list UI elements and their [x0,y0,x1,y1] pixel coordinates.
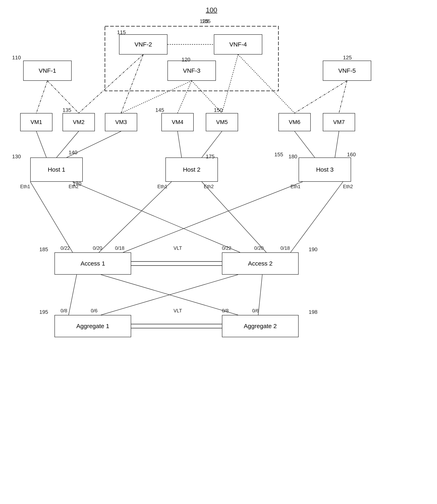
vm4-box: VM4 [161,113,194,131]
aggregate1-box: Aggregate 1 [54,315,131,337]
ag1-06-label: 0/6 [91,308,98,314]
vm6-box: VM6 [278,113,311,131]
svg-line-19 [335,131,339,157]
access2-box: Access 2 [222,252,298,275]
a1-018-label: 0/18 [115,245,124,251]
ref-195: 195 [39,309,48,315]
ref-125b: 125 [343,54,352,61]
svg-line-9 [222,54,238,113]
ag2-06-label: 0/6 [252,308,259,314]
svg-line-16 [178,131,182,157]
h1-eth1-label: Eth1 [20,184,30,189]
svg-line-13 [36,131,46,157]
vnf3-box: VNF-3 [168,61,216,81]
vm5-box: VM5 [206,113,238,131]
svg-line-23 [202,182,266,252]
vm2-box: VM2 [62,113,95,131]
svg-line-21 [73,182,240,252]
ref-145: 145 [155,107,164,113]
svg-line-7 [178,81,192,113]
a2-020-label: 0/20 [254,245,264,251]
a2-018-label: 0/18 [280,245,290,251]
ref-150: 150 [214,107,223,113]
ref-130: 130 [12,154,21,160]
ag2-08-label: 0/8 [222,308,228,314]
vnf2-box: VNF-2 [119,34,168,54]
vm1-box: VM1 [20,113,52,131]
ref-125a: 125 [200,18,209,24]
ref-190: 190 [309,246,317,253]
ref-155: 155 [274,151,283,158]
ref-185: 185 [39,246,48,253]
svg-line-11 [295,81,347,113]
access1-box: Access 1 [54,252,131,275]
vlt2-label: VLT [174,308,182,314]
h2-eth1-label: Eth1 [157,184,167,189]
a1-022-label: 0/22 [60,245,70,251]
ref-175: 175 [206,154,214,160]
vlt1-label: VLT [174,245,182,251]
svg-line-30 [101,275,238,315]
diagram: 100 VNF-2 VNF-4 VNF-1 VNF-3 VNF-5 VM1 VM… [0,0,437,504]
vm7-box: VM7 [323,113,355,131]
vnf5-box: VNF-5 [323,61,371,81]
h1-eth2-label: Eth2 [69,184,79,189]
ref-110: 110 [12,54,21,61]
svg-line-10 [238,54,295,113]
host1-box: Host 1 [30,157,83,182]
h3-eth2-label: Eth2 [343,184,353,189]
svg-line-28 [69,275,77,315]
svg-line-20 [30,182,73,252]
vnf4-box: VNF-4 [214,34,262,54]
a2-022-label: 0/22 [222,245,231,251]
h2-eth2-label: Eth2 [204,184,214,189]
h3-eth1-label: Eth1 [290,184,300,189]
ref-115: 115 [117,29,126,36]
svg-line-25 [290,182,343,252]
a1-020-label: 0/20 [93,245,102,251]
svg-line-5 [121,54,143,113]
svg-line-4 [79,54,143,113]
ref-180: 180 [288,154,297,160]
svg-line-22 [99,182,171,252]
svg-line-12 [339,81,347,113]
vnf1-box: VNF-1 [23,61,72,81]
diagram-title: 100 [206,6,217,14]
ref-198: 198 [309,309,317,315]
host3-box: Host 3 [298,157,351,182]
vm3-box: VM3 [105,113,137,131]
svg-line-18 [295,131,315,157]
aggregate2-box: Aggregate 2 [222,315,298,337]
svg-line-2 [36,81,47,113]
ref-140: 140 [69,149,77,156]
host2-box: Host 2 [165,157,218,182]
svg-line-29 [101,275,238,315]
svg-line-24 [123,182,303,252]
ag1-08-label: 0/8 [60,308,67,314]
ref-120: 120 [182,57,190,63]
ref-160: 160 [347,151,356,158]
ref-135: 135 [62,107,71,113]
